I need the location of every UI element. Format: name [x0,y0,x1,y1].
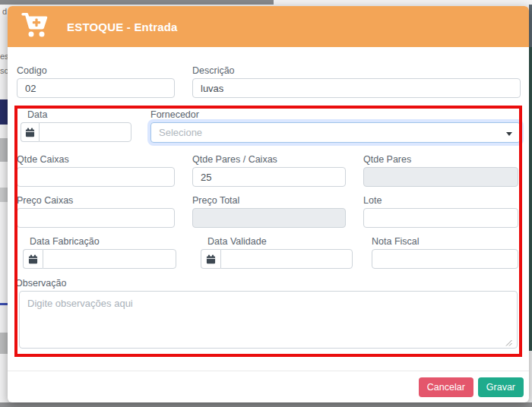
data-fabricacao-input[interactable] [43,249,176,269]
qtde-pares-caixas-input[interactable] [192,167,346,187]
data-fabricacao-label: Data Fabricação [23,236,176,247]
nota-fiscal-input[interactable] [372,249,518,269]
fornecedor-placeholder: Selecione [159,127,202,138]
fornecedor-field: Fornecedor Selecione [150,109,521,143]
preco-caixas-field: Preço Caixas [17,195,175,228]
background-block [529,5,532,47]
codigo-label: Codigo [17,65,175,76]
background-block [0,99,8,125]
data-fabricacao-field: Data Fabricação [23,236,176,269]
modal-header: ESTOQUE - Entrada [8,6,529,47]
qtde-caixas-field: Qtde Caixas [17,154,175,187]
calendar-icon[interactable] [23,249,43,269]
background-block [0,188,8,202]
codigo-input[interactable] [17,78,175,98]
lote-field: Lote [363,195,518,228]
descricao-label: Descrição [192,65,521,76]
qtde-pares-input [363,167,518,187]
fornecedor-label: Fornecedor [150,109,521,120]
preco-total-label: Preço Total [192,195,346,206]
data-input[interactable] [39,122,131,142]
data-field: Data [21,109,131,142]
save-button[interactable]: Gravar [478,377,524,397]
cancel-button[interactable]: Cancelar [419,377,473,397]
screen: d es sc ESTOQUE - Entrada Codigo [0,0,532,407]
nota-fiscal-label: Nota Fiscal [372,236,518,247]
observacao-field: Observação [15,278,518,352]
calendar-icon[interactable] [21,122,39,142]
calendar-icon[interactable] [201,249,220,269]
descricao-input[interactable] [192,78,521,98]
preco-total-field: Preço Total [192,195,346,228]
observacao-label: Observação [15,278,518,289]
qtde-caixas-label: Qtde Caixas [17,154,175,165]
qtde-pares-label: Qtde Pares [363,154,518,165]
modal-title: ESTOQUE - Entrada [67,21,178,33]
qtde-pares-caixas-label: Qtde Pares / Caixas [192,154,346,165]
background-block [0,402,532,407]
observacao-textarea[interactable] [19,291,518,349]
background-topbar [0,0,274,5]
lote-label: Lote [363,195,518,206]
stock-entry-modal: ESTOQUE - Entrada Codigo Descrição Data [8,6,529,402]
background-block [0,138,8,162]
fornecedor-select[interactable]: Selecione [150,122,521,143]
chevron-down-icon [506,132,512,136]
data-validade-field: Data Validade [201,236,353,269]
lote-input[interactable] [363,208,518,228]
nota-fiscal-field: Nota Fiscal [372,236,518,269]
background-block [0,303,8,305]
preco-caixas-label: Preço Caixas [17,195,175,206]
data-label: Data [21,109,131,120]
data-validade-label: Data Validade [201,236,353,247]
codigo-field: Codigo [17,65,175,98]
background-block [0,333,8,354]
cart-plus-icon [20,11,50,42]
modal-footer: Cancelar Gravar [8,371,529,402]
descricao-field: Descrição [192,65,521,98]
qtde-caixas-input[interactable] [17,167,175,187]
qtde-pares-caixas-field: Qtde Pares / Caixas [192,154,346,187]
qtde-pares-field: Qtde Pares [363,154,518,187]
preco-caixas-input[interactable] [17,208,175,228]
background-block [529,47,532,351]
preco-total-input [192,208,346,228]
background-text-fragment: d [2,7,7,16]
data-validade-input[interactable] [220,249,353,269]
